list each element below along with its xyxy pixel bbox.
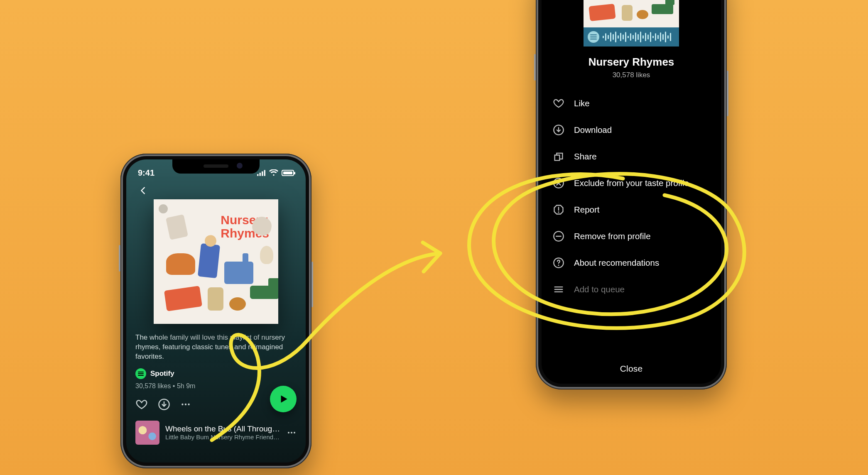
- sheet-cover: [584, 0, 679, 47]
- phone-right-frame: Nursery Rhymes 30,578 likes LikeDownload…: [536, 0, 727, 389]
- context-sheet: Nursery Rhymes 30,578 likes LikeDownload…: [542, 0, 721, 384]
- spotify-code-strip: [584, 27, 679, 47]
- download-icon: [158, 398, 170, 411]
- more-icon: [287, 428, 297, 438]
- phone-right-screen: Nursery Rhymes 30,578 likes LikeDownload…: [542, 0, 721, 384]
- spotify-icon: [588, 31, 599, 43]
- track-title: Wheels on the Bus (All Through t…: [165, 424, 281, 433]
- menu-item-label: About recomendations: [574, 258, 659, 268]
- more-icon: [180, 399, 191, 410]
- svg-point-12: [558, 264, 559, 266]
- svg-point-5: [291, 432, 292, 433]
- menu-item-share[interactable]: Share: [552, 143, 710, 170]
- about-icon: [552, 257, 565, 269]
- menu-item-download[interactable]: Download: [552, 117, 710, 143]
- report-icon: [552, 203, 565, 216]
- track-row[interactable]: Wheels on the Bus (All Through t… Little…: [135, 421, 297, 445]
- download-button[interactable]: [158, 398, 170, 411]
- svg-point-3: [188, 404, 189, 405]
- exclude-icon: [552, 177, 565, 189]
- battery-icon: [282, 170, 294, 176]
- download-icon: [552, 124, 565, 136]
- menu-item-label: Add to queue: [574, 284, 625, 294]
- menu-item-label: Report: [574, 205, 600, 215]
- spotify-icon: [135, 368, 146, 379]
- playlist-cover-wrap: Nursery Rhymes: [135, 199, 297, 324]
- chevron-left-icon: [139, 186, 148, 195]
- svg-point-4: [288, 432, 289, 433]
- like-button[interactable]: [135, 398, 148, 411]
- phone-left-screen: 9:41 Nursery Rhymes: [126, 159, 306, 463]
- sheet-likes: 30,578 likes: [613, 71, 650, 79]
- meta-separator: •: [171, 382, 177, 389]
- phone-left-frame: 9:41 Nursery Rhymes: [120, 154, 311, 468]
- playlist-description: The whole family will love this playlist…: [135, 333, 297, 362]
- svg-point-9: [558, 211, 559, 213]
- wifi-icon: [269, 169, 278, 176]
- more-button[interactable]: [180, 399, 191, 410]
- menu-item-label: Exclude from your taste profile: [574, 178, 689, 188]
- menu-item-label: Download: [574, 125, 612, 135]
- menu-item-label: Share: [574, 152, 597, 162]
- notch: [172, 159, 260, 174]
- context-menu: LikeDownloadShareExclude from your taste…: [552, 90, 710, 303]
- menu-item-label: Like: [574, 98, 590, 108]
- remove-icon: [552, 230, 565, 242]
- heart-icon: [552, 97, 565, 110]
- menu-item-exclude[interactable]: Exclude from your taste profile: [552, 170, 710, 196]
- menu-item-label: Remove from profile: [574, 231, 651, 241]
- playlist-owner-row[interactable]: Spotify: [135, 368, 297, 379]
- menu-item-about[interactable]: About recomendations: [552, 250, 710, 276]
- playlist-owner-name: Spotify: [150, 370, 174, 378]
- playlist-duration: 5h 9m: [177, 382, 195, 389]
- menu-item-queue[interactable]: Add to queue: [552, 276, 710, 303]
- heart-icon: [135, 398, 148, 411]
- track-artwork: [135, 421, 159, 445]
- status-time: 9:41: [138, 168, 154, 178]
- close-button[interactable]: Close: [620, 364, 643, 374]
- cellular-icon: [257, 169, 266, 176]
- svg-point-2: [185, 404, 186, 405]
- playlist-cover[interactable]: Nursery Rhymes: [154, 199, 278, 324]
- queue-icon: [552, 283, 565, 296]
- spotify-logo-on-cover: [159, 204, 168, 213]
- track-more-button[interactable]: [287, 428, 297, 438]
- track-subtitle: Little Baby Bum Nursery Rhyme Friends • …: [165, 433, 281, 441]
- svg-point-6: [294, 432, 295, 433]
- play-icon: [278, 394, 289, 404]
- menu-item-report[interactable]: Report: [552, 196, 710, 223]
- svg-point-1: [181, 404, 183, 405]
- share-icon: [552, 150, 565, 163]
- playlist-likes: 30,578 likes: [135, 382, 171, 389]
- back-button[interactable]: [135, 183, 151, 198]
- menu-item-remove[interactable]: Remove from profile: [552, 223, 710, 250]
- sheet-title: Nursery Rhymes: [588, 56, 674, 69]
- menu-item-heart[interactable]: Like: [552, 90, 710, 117]
- playlist-meta: 30,578 likes • 5h 9m: [135, 382, 297, 390]
- play-button[interactable]: [270, 386, 297, 412]
